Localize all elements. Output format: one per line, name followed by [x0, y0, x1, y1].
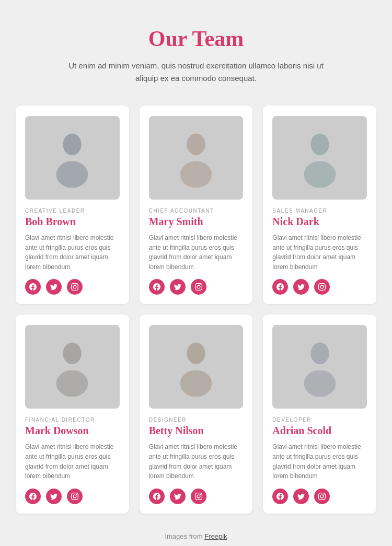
social-adrian [272, 489, 367, 504]
photo-mary [149, 116, 244, 200]
svg-point-0 [63, 134, 82, 156]
photo-mark [25, 325, 120, 409]
social-nick [272, 279, 367, 295]
team-grid: CREATIVE LEADER Bob Brown Glavi amet rit… [16, 106, 376, 514]
role-mark: FINANCIAL DIRECTOR [25, 417, 120, 423]
twitter-icon-betty[interactable] [170, 489, 186, 504]
bio-betty: Glavi amet ritnisl libero molestie ante … [149, 442, 244, 481]
svg-point-4 [310, 134, 329, 156]
facebook-icon-betty[interactable] [149, 489, 165, 504]
page: Our Team Ut enim ad minim veniam, quis n… [0, 0, 392, 546]
footer-note: Images from Freepik [16, 532, 376, 540]
instagram-icon-mary[interactable] [191, 279, 206, 295]
instagram-icon-mark[interactable] [67, 489, 83, 504]
svg-point-7 [56, 370, 88, 397]
photo-placeholder-mary [149, 116, 244, 200]
twitter-icon-adrian[interactable] [293, 489, 309, 504]
photo-placeholder-mark [25, 325, 120, 409]
photo-placeholder-bob [25, 116, 120, 200]
page-description: Ut enim ad minim veniam, quis nostrud ex… [65, 60, 327, 85]
social-mary [149, 279, 244, 295]
twitter-icon-mary[interactable] [170, 279, 186, 295]
facebook-icon-adrian[interactable] [272, 489, 288, 504]
name-nick: Nick Dark [272, 216, 367, 228]
facebook-icon-mary[interactable] [149, 279, 165, 295]
team-card-mary: CHIEF ACCOUNTANT Mary Smith Glavi amet r… [140, 106, 253, 304]
facebook-icon-nick[interactable] [272, 279, 288, 295]
svg-point-9 [180, 370, 212, 397]
name-mark: Mark Dowson [25, 425, 120, 437]
photo-bob [25, 116, 120, 200]
facebook-icon-bob[interactable] [25, 279, 41, 295]
team-card-betty: DESIGNEER Betty Nilson Glavi amet ritnis… [140, 315, 253, 513]
team-card-adrian: DEVELOPER Adrian Scold Glavi amet ritnis… [263, 315, 376, 513]
role-nick: SALES MANAGER [272, 208, 367, 214]
page-title: Our Team [16, 26, 376, 51]
bio-nick: Glavi amet ritnisl libero molestie ante … [272, 233, 367, 272]
team-card-mark: FINANCIAL DIRECTOR Mark Dowson Glavi ame… [16, 315, 129, 513]
svg-point-11 [304, 370, 336, 397]
name-bob: Bob Brown [25, 216, 120, 228]
name-adrian: Adrian Scold [272, 425, 367, 437]
social-bob [25, 279, 120, 295]
bio-mark: Glavi amet ritnisl libero molestie ante … [25, 442, 120, 481]
svg-point-2 [187, 134, 205, 156]
freepik-link[interactable]: Freepik [204, 532, 227, 540]
bio-mary: Glavi amet ritnisl libero molestie ante … [149, 233, 244, 272]
role-mary: CHIEF ACCOUNTANT [149, 208, 244, 214]
svg-point-1 [56, 161, 88, 188]
facebook-icon-mark[interactable] [25, 489, 41, 504]
svg-point-3 [180, 161, 212, 188]
svg-point-8 [187, 343, 205, 365]
photo-placeholder-adrian [272, 325, 367, 409]
team-card-nick: SALES MANAGER Nick Dark Glavi amet ritni… [263, 106, 376, 304]
role-adrian: DEVELOPER [272, 417, 367, 423]
twitter-icon-mark[interactable] [46, 489, 62, 504]
twitter-icon-nick[interactable] [293, 279, 309, 295]
social-betty [149, 489, 244, 504]
twitter-icon-bob[interactable] [46, 279, 62, 295]
instagram-icon-betty[interactable] [191, 489, 206, 504]
team-card-bob: CREATIVE LEADER Bob Brown Glavi amet rit… [16, 106, 129, 304]
role-bob: CREATIVE LEADER [25, 208, 120, 214]
instagram-icon-adrian[interactable] [314, 489, 330, 504]
svg-point-10 [310, 343, 329, 365]
name-mary: Mary Smith [149, 216, 244, 228]
bio-adrian: Glavi amet ritnisl libero molestie ante … [272, 442, 367, 481]
photo-placeholder-nick [272, 116, 367, 200]
photo-nick [272, 116, 367, 200]
name-betty: Betty Nilson [149, 425, 244, 437]
role-betty: DESIGNEER [149, 417, 244, 423]
photo-adrian [272, 325, 367, 409]
instagram-icon-nick[interactable] [314, 279, 330, 295]
instagram-icon-bob[interactable] [67, 279, 83, 295]
svg-point-5 [304, 161, 336, 188]
photo-betty [149, 325, 244, 409]
svg-point-6 [63, 343, 82, 365]
bio-bob: Glavi amet ritnisl libero molestie ante … [25, 233, 120, 272]
page-header: Our Team Ut enim ad minim veniam, quis n… [16, 26, 376, 85]
photo-placeholder-betty [149, 325, 244, 409]
social-mark [25, 489, 120, 504]
